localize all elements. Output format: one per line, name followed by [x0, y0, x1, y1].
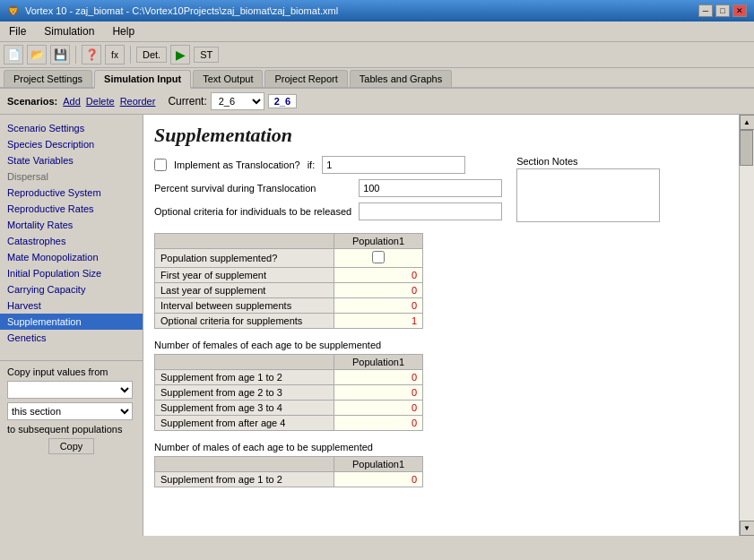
females-section: Number of females of each age to be supp… [154, 340, 728, 431]
percent-survival-input[interactable] [359, 179, 502, 197]
main-table-empty-header [155, 234, 334, 249]
tab-bar: Project Settings Simulation Input Text O… [0, 68, 754, 89]
current-label: Current: [168, 95, 206, 108]
females-row-3-value: 0 [334, 401, 423, 416]
females-row-4-value: 0 [334, 416, 423, 431]
new-button[interactable]: 📄 [4, 45, 23, 65]
table-row: Supplement from age 3 to 4 0 [155, 401, 423, 416]
females-row-2-label: Supplement from age 2 to 3 [155, 385, 334, 401]
translocation-checkbox[interactable] [154, 159, 167, 171]
sidebar-item-supplementation[interactable]: Supplementation [0, 314, 143, 330]
scroll-up-button[interactable]: ▲ [740, 115, 755, 130]
toolbar: 📄 📂 💾 ❓ fx Det. ▶ ST [0, 42, 754, 68]
main-layout: Scenario Settings Species Description St… [0, 115, 754, 536]
title-text: Vortex 10 - zaj_biomat - C:\Vortex10Proj… [25, 5, 338, 16]
tab-project-settings[interactable]: Project Settings [4, 70, 92, 87]
st-button[interactable]: ST [194, 47, 219, 63]
tab-text-output[interactable]: Text Output [193, 70, 263, 87]
females-table-empty-header [155, 355, 334, 370]
menu-simulation[interactable]: Simulation [39, 23, 100, 39]
copy-from-select[interactable] [7, 381, 133, 399]
males-table-pop-header: Population1 [334, 457, 423, 472]
sidebar-item-mortality-rates[interactable]: Mortality Rates [0, 217, 143, 233]
table-row: Population supplemented? [155, 249, 423, 268]
sidebar-item-initial-population-size[interactable]: Initial Population Size [0, 265, 143, 281]
scroll-down-button[interactable]: ▼ [740, 521, 755, 536]
sidebar-item-carrying-capacity[interactable]: Carrying Capacity [0, 281, 143, 297]
percent-survival-label: Percent survival during Translocation [154, 183, 316, 194]
section-notes-label: Section Notes [516, 156, 660, 167]
det-button[interactable]: Det. [136, 47, 167, 63]
if-input[interactable] [322, 156, 465, 174]
main-table: Population1 Population supplemented? Fir… [154, 233, 423, 329]
app-icon: 🦁 [7, 5, 20, 17]
females-label: Number of females of each age to be supp… [154, 340, 728, 350]
optional-criteria-input[interactable] [359, 202, 502, 220]
table-row: Optional criteria for supplements 1 [155, 314, 423, 329]
translocation-row: Implement as Translocation? if: [154, 156, 502, 174]
scenario-current: Current: 2_6 2_6 [168, 92, 297, 110]
copy-button[interactable]: Copy [48, 438, 95, 454]
play-button[interactable]: ▶ [170, 45, 190, 65]
row-first-year-value: 0 [334, 268, 423, 283]
toolbar-separator [75, 46, 76, 64]
tab-tables-graphs[interactable]: Tables and Graphs [350, 70, 452, 87]
sidebar-item-genetics[interactable]: Genetics [0, 330, 143, 346]
help-button[interactable]: ❓ [82, 45, 101, 65]
sidebar-item-reproductive-rates[interactable]: Reproductive Rates [0, 201, 143, 217]
add-scenario-link[interactable]: Add [63, 96, 81, 107]
females-table-pop-header: Population1 [334, 355, 423, 370]
sidebar-item-reproductive-system[interactable]: Reproductive System [0, 185, 143, 201]
sidebar-item-scenario-settings[interactable]: Scenario Settings [0, 120, 143, 136]
row-interval-value: 0 [334, 298, 423, 314]
sidebar-item-catastrophes[interactable]: Catastrophes [0, 233, 143, 249]
table-row: Last year of supplement 0 [155, 283, 423, 298]
copy-section-select[interactable]: this section [7, 402, 133, 420]
scenario-badge: 2_6 [268, 94, 297, 108]
row-optional-criteria-supp-label: Optional criteria for supplements [155, 314, 334, 329]
scenarios-bar: Scenarios: Add Delete Reorder Current: 2… [0, 89, 754, 115]
table-row: Supplement from age 2 to 3 0 [155, 385, 423, 401]
menu-help[interactable]: Help [107, 23, 140, 39]
sidebar-item-state-variables[interactable]: State Variables [0, 152, 143, 168]
implement-label: Implement as Translocation? [174, 159, 300, 170]
tab-project-report[interactable]: Project Report [264, 70, 347, 87]
percent-survival-row: Percent survival during Translocation [154, 179, 502, 197]
maximize-button[interactable]: □ [715, 4, 730, 17]
right-scrollbar: ▲ ▼ [739, 115, 754, 536]
population-supplemented-checkbox[interactable] [372, 251, 385, 263]
males-table: Population1 Supplement from age 1 to 2 0 [154, 456, 423, 487]
sidebar-item-species-description[interactable]: Species Description [0, 136, 143, 152]
row-optional-criteria-supp-value: 1 [334, 314, 423, 329]
scroll-track [740, 130, 754, 521]
notes-textarea[interactable] [516, 168, 660, 222]
females-row-1-label: Supplement from age 1 to 2 [155, 370, 334, 385]
toolbar-separator2 [130, 46, 131, 64]
save-button[interactable]: 💾 [50, 45, 70, 65]
reorder-scenario-link[interactable]: Reorder [120, 96, 156, 107]
table-row: Supplement from age 1 to 2 0 [155, 370, 423, 385]
top-form-area: Implement as Translocation? if: Percent … [154, 156, 728, 226]
table-row: Supplement from age 1 to 2 0 [155, 472, 423, 487]
sidebar-item-mate-monopolization[interactable]: Mate Monopolization [0, 249, 143, 265]
main-table-pop-header: Population1 [334, 234, 423, 249]
row-last-year-value: 0 [334, 283, 423, 298]
males-row-1-value: 0 [334, 472, 423, 487]
females-row-3-label: Supplement from age 3 to 4 [155, 401, 334, 416]
copy-label: Copy input values from [7, 366, 135, 377]
sidebar-item-harvest[interactable]: Harvest [0, 297, 143, 314]
row-interval-label: Interval between supplements [155, 298, 334, 314]
minimize-button[interactable]: ─ [698, 4, 713, 17]
delete-scenario-link[interactable]: Delete [86, 96, 115, 107]
tab-simulation-input[interactable]: Simulation Input [94, 70, 191, 89]
males-row-1-label: Supplement from age 1 to 2 [155, 472, 334, 487]
scenario-select[interactable]: 2_6 [211, 92, 264, 110]
notes-area: Section Notes [516, 156, 660, 226]
menu-file[interactable]: File [4, 23, 31, 39]
scenarios-label: Scenarios: [7, 96, 57, 107]
close-button[interactable]: ✕ [732, 4, 747, 17]
fx-button[interactable]: fx [105, 45, 125, 65]
scroll-thumb[interactable] [740, 130, 753, 166]
optional-criteria-label: Optional criteria for individuals to be … [154, 206, 351, 217]
open-button[interactable]: 📂 [27, 45, 47, 65]
